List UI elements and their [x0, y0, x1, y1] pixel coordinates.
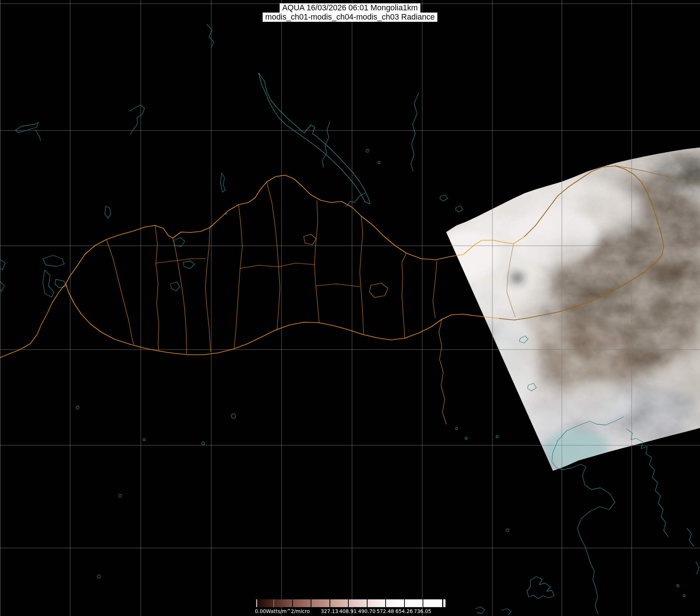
colorbar-tick	[367, 599, 368, 607]
title-line1: AQUA 16/03/2026 06:01 Mongolia1km	[280, 3, 420, 13]
colorbar: 0.00Watts/m^2/micro 327.13 408.91 490.70…	[255, 599, 442, 607]
satellite-map-viewer: AQUA 16/03/2026 06:01 Mongolia1km modis_…	[0, 0, 700, 616]
colorbar-tick	[292, 599, 293, 607]
colorbar-value-label: 490.70	[358, 608, 375, 614]
colorbar-value-label: 408.91	[339, 608, 356, 614]
colorbar-tick	[329, 599, 330, 607]
colorbar-value-label: 327.13	[321, 608, 338, 614]
colorbar-value-label: 572.48	[376, 608, 394, 614]
title-line2: modis_ch01-modis_ch04-modis_ch03 Radianc…	[263, 13, 437, 22]
map-title: AQUA 16/03/2026 06:01 Mongolia1km modis_…	[0, 3, 700, 22]
colorbar-gradient	[255, 599, 442, 607]
colorbar-value-label: 654.26	[395, 608, 413, 614]
colorbar-tick	[404, 599, 405, 607]
map-canvas	[0, 0, 700, 616]
colorbar-tick	[385, 599, 386, 607]
colorbar-green-marker	[273, 599, 274, 607]
colorbar-end-cap	[443, 599, 445, 607]
colorbar-zero-tick	[256, 599, 257, 607]
colorbar-tick	[348, 599, 349, 607]
colorbar-labels: 0.00Watts/m^2/micro 327.13 408.91 490.70…	[255, 608, 451, 615]
colorbar-unit-label: 0.00Watts/m^2/micro	[255, 608, 310, 614]
colorbar-value-label: 736.05	[414, 608, 431, 614]
colorbar-tick	[311, 599, 311, 607]
colorbar-tick	[423, 599, 423, 607]
